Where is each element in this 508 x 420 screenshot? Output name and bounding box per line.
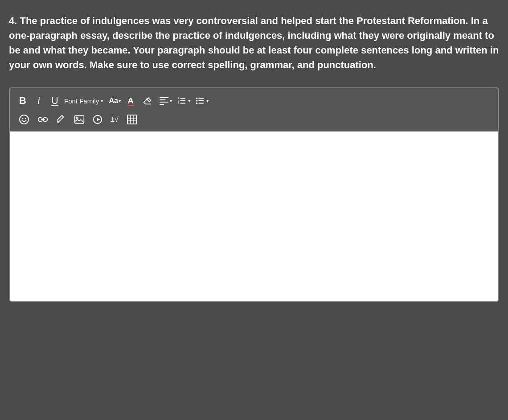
svg-line-18: [62, 115, 64, 117]
svg-point-15: [25, 118, 26, 119]
formula-button[interactable]: ±√: [108, 112, 121, 127]
svg-point-14: [22, 118, 23, 119]
svg-point-21: [76, 117, 78, 119]
table-icon: [127, 114, 137, 125]
video-button[interactable]: [90, 112, 105, 127]
link-button[interactable]: [35, 112, 51, 127]
svg-point-8: [196, 100, 198, 102]
main-container: 4. The practice of indulgences was very …: [9, 9, 499, 302]
font-family-dropdown-group[interactable]: Font Family ▾: [64, 97, 103, 105]
editor-content-area[interactable]: [10, 132, 498, 301]
clear-format-button[interactable]: [140, 94, 155, 108]
pencil-button[interactable]: [53, 112, 69, 127]
bullet-list-arrow: ▾: [206, 98, 209, 104]
text-color-label: A: [127, 96, 134, 106]
num-list-dropdown-group[interactable]: 1 2 3 ▾: [177, 96, 191, 106]
text-color-bar: [127, 105, 134, 106]
svg-text:3: 3: [178, 102, 179, 104]
text-color-button[interactable]: A: [124, 93, 137, 109]
num-list-arrow: ▾: [188, 98, 191, 104]
italic-button[interactable]: i: [32, 94, 45, 108]
play-icon: [93, 115, 102, 124]
font-size-label: Aa: [109, 96, 118, 105]
link-icon: [37, 115, 48, 124]
toolbar-row-1: B i U Font Family ▾ Aa ▾: [16, 93, 492, 109]
font-size-group[interactable]: Aa ▾: [109, 96, 121, 105]
bullet-list-icon: [195, 96, 205, 106]
bold-button[interactable]: B: [16, 94, 29, 108]
svg-point-9: [196, 103, 198, 104]
question-text: 4. The practice of indulgences was very …: [9, 9, 499, 77]
svg-point-7: [196, 98, 198, 99]
emoji-button[interactable]: [16, 112, 32, 127]
toolbar: B i U Font Family ▾ Aa ▾: [10, 88, 498, 132]
table-button[interactable]: [124, 112, 140, 127]
align-dropdown-group[interactable]: ▾: [160, 97, 172, 105]
toolbar-row-2: ±√: [16, 112, 492, 127]
emoji-icon: [19, 114, 29, 125]
font-family-label: Font Family: [64, 97, 99, 105]
bullet-list-dropdown-group[interactable]: ▾: [195, 96, 209, 106]
image-icon: [74, 115, 85, 124]
svg-point-13: [20, 115, 29, 124]
svg-rect-24: [127, 115, 136, 124]
image-button[interactable]: [71, 112, 87, 127]
question-number: 4.: [9, 15, 17, 26]
eraser-icon: [143, 96, 152, 106]
numbered-list-icon: 1 2 3: [177, 96, 187, 106]
formula-icon: ±√: [111, 115, 119, 124]
editor-wrapper: B i U Font Family ▾ Aa ▾: [9, 87, 499, 302]
svg-marker-23: [97, 118, 100, 121]
svg-rect-20: [75, 115, 84, 123]
underline-button[interactable]: U: [48, 94, 61, 108]
pencil-icon: [56, 115, 66, 124]
align-icon: [160, 97, 168, 105]
question-body: The practice of indulgences was very con…: [9, 15, 499, 70]
font-size-arrow: ▾: [119, 98, 121, 104]
font-family-arrow: ▾: [101, 98, 103, 104]
align-arrow: ▾: [170, 98, 172, 104]
